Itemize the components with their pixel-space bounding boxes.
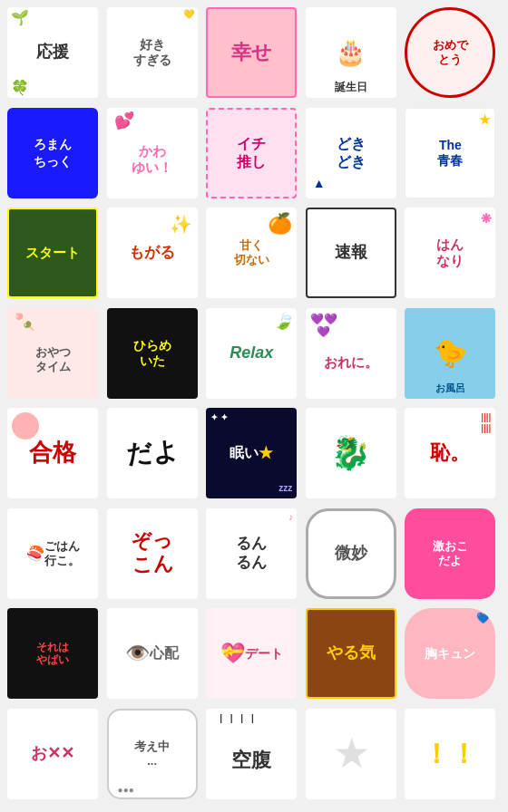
sticker-5-text: おめでとう [433, 38, 468, 66]
sticker-9[interactable]: ▲ どきどき [306, 108, 396, 198]
sticker-11[interactable]: スタート [7, 208, 98, 298]
sticker-37[interactable]: 考え中... ●●● [107, 709, 198, 799]
sticker-16-text: おやつタイム [35, 345, 71, 373]
sticker-8[interactable]: イチ推し [206, 108, 297, 198]
sticker-15-text: はんなり [436, 237, 464, 269]
sticker-38-text: 空腹 [231, 749, 271, 772]
sticker-37-deco-dots: ●●● [118, 785, 134, 796]
sticker-39[interactable]: ★ [306, 709, 396, 799]
sticker-7-deco: 💕 [114, 111, 134, 131]
sticker-27-text: ぞっこん [130, 528, 174, 578]
sticker-1[interactable]: 🌱 応援 🍀 [7, 7, 98, 98]
sticker-31-text: それはやばい [36, 641, 69, 667]
sticker-9-text: どきどき [337, 135, 366, 169]
sticker-12[interactable]: ✨ もがる [107, 208, 198, 298]
sticker-11-text: スタート [25, 245, 80, 261]
sticker-23-text: 眠い★ [230, 444, 273, 461]
sticker-19-deco: 💜💜💜 [310, 313, 337, 339]
sticker-36[interactable]: お✕✕ [7, 709, 98, 799]
sticker-37-text: 考え中... [134, 740, 170, 768]
sticker-33-text: デート [245, 646, 283, 662]
sticker-12-text: もがる [129, 244, 175, 262]
sticker-40-text: ！！ [423, 738, 477, 770]
sticker-32[interactable]: 👁️ 心配 [107, 608, 198, 699]
sticker-24-text: 🐉 [330, 433, 371, 472]
sticker-23-deco-stars: ✦ ✦ [210, 412, 228, 423]
sticker-grid: 🌱 応援 🍀 💛 好きすぎる 幸せ 🎂 誕生日 おめでとう ろまんちっく 💕 か… [0, 0, 508, 812]
sticker-7[interactable]: 💕 かわゆい！ [107, 108, 198, 198]
sticker-21-deco [12, 412, 39, 440]
sticker-26-text: ごはん行こ。 [44, 539, 80, 567]
sticker-1-text: 応援 [36, 43, 69, 63]
sticker-28-text: るんるん [236, 535, 267, 572]
sticker-39-text: ★ [335, 732, 367, 776]
sticker-35-text: 胸キュン [425, 646, 475, 662]
sticker-32-text: 心配 [150, 644, 179, 662]
sticker-27[interactable]: ぞっこん [107, 508, 198, 599]
sticker-10-text: The青春 [437, 138, 463, 169]
sticker-33[interactable]: 💝 デート [206, 608, 297, 699]
sticker-19-text: おれに。 [324, 354, 378, 371]
sticker-18-deco: 🍃 [273, 312, 293, 332]
sticker-10-deco: ★ [479, 112, 491, 128]
sticker-35-deco: 💙 [476, 612, 490, 624]
sticker-30-text: 激おこだよ [433, 539, 468, 567]
sticker-40[interactable]: ！！ [405, 709, 495, 799]
sticker-8-text: イチ推し [237, 135, 266, 169]
sticker-1-deco-tl: 🌱 [11, 9, 29, 26]
sticker-5[interactable]: おめでとう [405, 7, 495, 98]
sticker-17-text: ひらめいた [133, 338, 171, 369]
sticker-23-deco-zzz: zzz [278, 483, 292, 494]
sticker-1-deco-br: 🍀 [11, 79, 29, 96]
sticker-38[interactable]: | | | | 空腹 [206, 709, 297, 799]
sticker-13-deco: 🍊 [268, 212, 292, 236]
sticker-14[interactable]: 速報 [306, 208, 396, 298]
sticker-20[interactable]: 🐤 お風呂 [405, 308, 495, 399]
sticker-16[interactable]: 🍡 おやつタイム [7, 308, 98, 399]
sticker-6[interactable]: ろまんちっく [7, 108, 98, 198]
sticker-23[interactable]: ✦ ✦ 眠い★ zzz [206, 408, 297, 498]
sticker-25[interactable]: |||||||| 恥。 [405, 408, 495, 498]
sticker-20-text: お風呂 [405, 382, 495, 394]
sticker-17[interactable]: ひらめいた [107, 308, 198, 399]
sticker-28-deco: ♪ [288, 512, 293, 523]
sticker-34[interactable]: やる気 [306, 608, 396, 699]
sticker-13-text: 甘く切ない [234, 238, 269, 266]
sticker-35[interactable]: 💙 胸キュン [405, 608, 495, 699]
sticker-4-text: 誕生日 [306, 81, 396, 93]
sticker-32-deco: 👁️ [125, 642, 150, 665]
sticker-34-text: やる気 [327, 643, 376, 663]
sticker-3[interactable]: 幸せ [206, 7, 297, 98]
sticker-36-text: お✕✕ [31, 744, 74, 764]
sticker-15[interactable]: ❋ はんなり [405, 208, 495, 298]
sticker-10[interactable]: ★ The青春 [405, 108, 495, 198]
sticker-30[interactable]: 激おこだよ [405, 508, 495, 599]
sticker-25-deco-lines: |||||||| [481, 412, 491, 434]
sticker-14-text: 速報 [335, 243, 367, 263]
sticker-22-text: だよ [124, 436, 180, 471]
sticker-38-deco-lines: | | | | [220, 713, 257, 724]
sticker-29-text: 微妙 [335, 544, 367, 564]
sticker-33-deco: 💝 [220, 642, 245, 665]
sticker-31[interactable]: それはやばい [7, 608, 98, 699]
sticker-2[interactable]: 💛 好きすぎる [107, 7, 198, 98]
sticker-19[interactable]: 💜💜💜 おれに。 [306, 308, 396, 399]
sticker-26[interactable]: 🍣 ごはん行こ。 [7, 508, 98, 599]
sticker-2-text: 好きすぎる [133, 37, 171, 68]
sticker-6-text: ろまんちっく [34, 136, 72, 169]
sticker-7-text: かわゆい！ [132, 143, 172, 176]
sticker-4[interactable]: 🎂 誕生日 [306, 7, 396, 98]
sticker-3-text: 幸せ [231, 41, 272, 64]
sticker-21-text: 合格 [29, 439, 76, 467]
sticker-18[interactable]: 🍃 Relax [206, 308, 297, 399]
sticker-28[interactable]: ♪ るんるん [206, 508, 297, 599]
sticker-29[interactable]: 微妙 [306, 508, 396, 599]
sticker-24[interactable]: 🐉 [306, 408, 396, 498]
sticker-21[interactable]: 合格 [7, 408, 98, 498]
sticker-20-deco: 🐤 [434, 337, 467, 370]
sticker-22[interactable]: だよ [107, 408, 198, 498]
sticker-4-deco: 🎂 [335, 37, 366, 68]
sticker-9-deco: ▲ [313, 176, 326, 191]
sticker-13[interactable]: 🍊 甘く切ない [206, 208, 297, 298]
sticker-12-deco: ✨ [170, 213, 192, 235]
